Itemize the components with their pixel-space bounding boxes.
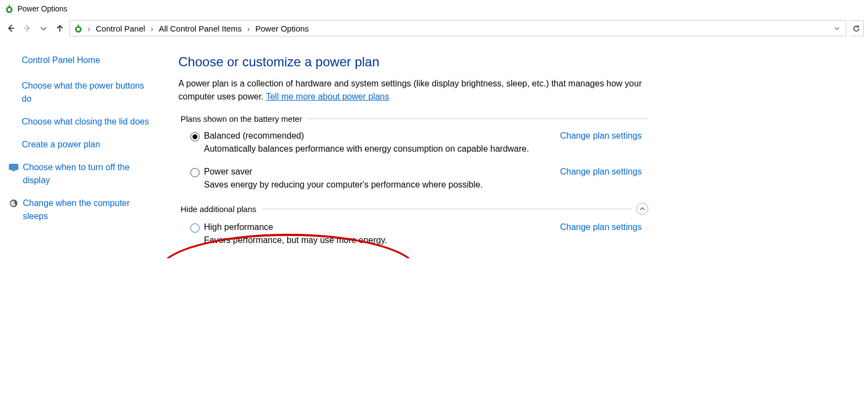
main-content: Choose or customize a power plan A power… <box>163 50 868 258</box>
nav-toolbar: › Control Panel › All Control Panel Item… <box>0 17 868 39</box>
desc-text: A power plan is a collection of hardware… <box>178 79 642 101</box>
sidebar-link-create[interactable]: Create a power plan <box>22 138 150 151</box>
sidebar-link-display[interactable]: Choose when to turn off the display <box>23 161 150 187</box>
section-label: Plans shown on the battery meter <box>181 114 302 123</box>
breadcrumb-item[interactable]: Power Options <box>254 24 309 33</box>
address-bar[interactable]: › Control Panel › All Control Panel Item… <box>70 20 846 36</box>
page-description: A power plan is a collection of hardware… <box>178 77 646 103</box>
plan-desc: Saves energy by reducing your computer's… <box>204 180 549 190</box>
sidebar-home[interactable]: Control Panel Home <box>22 55 150 65</box>
recent-dropdown[interactable] <box>37 22 50 35</box>
address-dropdown[interactable] <box>832 24 842 33</box>
section-label: Hide additional plans <box>181 204 256 214</box>
svg-point-5 <box>77 28 80 31</box>
chevron-right-icon[interactable]: › <box>148 24 156 33</box>
refresh-button[interactable] <box>850 20 864 36</box>
svg-point-2 <box>8 8 11 11</box>
svg-rect-7 <box>12 170 15 171</box>
plan-title[interactable]: High performance <box>204 222 549 232</box>
sidebar-link-buttons[interactable]: Choose what the power buttons do <box>22 79 150 105</box>
page-heading: Choose or customize a power plan <box>178 54 846 70</box>
power-options-icon <box>73 23 83 33</box>
up-button[interactable] <box>53 22 66 35</box>
divider <box>262 209 631 209</box>
breadcrumb-item[interactable]: Control Panel <box>95 24 146 33</box>
divider <box>307 119 648 119</box>
change-settings-link[interactable]: Change plan settings <box>560 167 642 177</box>
plan-desc: Automatically balances performance with … <box>204 144 549 154</box>
collapse-button[interactable] <box>636 203 648 215</box>
plan-radio-high[interactable] <box>190 223 200 233</box>
svg-rect-1 <box>9 5 10 8</box>
sidebar-link-lid[interactable]: Choose what closing the lid does <box>22 115 150 128</box>
sleep-icon <box>9 198 18 208</box>
plan-power-saver: Power saver Saves energy by reducing you… <box>190 167 642 190</box>
plan-title[interactable]: Power saver <box>204 167 549 177</box>
plan-radio-balanced[interactable] <box>190 132 200 141</box>
svg-rect-4 <box>78 24 79 27</box>
section-battery-plans: Plans shown on the battery meter <box>181 114 648 123</box>
forward-button[interactable] <box>21 22 34 35</box>
change-settings-link[interactable]: Change plan settings <box>560 131 642 141</box>
svg-rect-6 <box>9 164 18 170</box>
plan-desc: Favors performance, but may use more ene… <box>204 235 549 245</box>
breadcrumb-item[interactable]: All Control Panel Items <box>158 24 243 33</box>
plan-title[interactable]: Balanced (recommended) <box>204 131 549 141</box>
chevron-right-icon[interactable]: › <box>245 24 252 33</box>
learn-more-link[interactable]: Tell me more about power plans <box>266 92 389 101</box>
sidebar: Control Panel Home Choose what the power… <box>0 50 163 258</box>
back-button[interactable] <box>4 22 17 35</box>
window-title: Power Options <box>17 4 67 13</box>
plan-radio-saver[interactable] <box>190 168 200 177</box>
sidebar-link-sleep[interactable]: Change when the computer sleeps <box>23 197 150 223</box>
plan-high-performance: High performance Favors performance, but… <box>190 222 642 245</box>
display-icon <box>9 163 18 172</box>
chevron-right-icon[interactable]: › <box>85 24 92 33</box>
power-options-icon <box>4 4 14 14</box>
change-settings-link[interactable]: Change plan settings <box>560 222 642 232</box>
window-titlebar: Power Options <box>0 0 868 17</box>
plan-balanced: Balanced (recommended) Automatically bal… <box>190 131 642 154</box>
section-hide-additional[interactable]: Hide additional plans <box>181 203 648 215</box>
